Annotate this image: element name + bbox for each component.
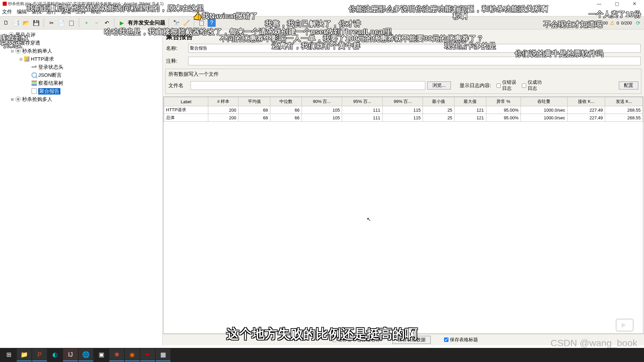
menu-tools[interactable]: 工具	[76, 9, 86, 15]
col-send[interactable]: 发送 K...	[605, 97, 643, 106]
col-p95[interactable]: 95% 百...	[342, 97, 382, 106]
menu-bar: 文件 编辑 查找 运行 选项 工具 帮助	[0, 7, 644, 16]
threadgroup-icon	[15, 97, 21, 102]
menu-search[interactable]: 查找	[32, 9, 42, 15]
help-icon[interactable]: ?	[208, 19, 216, 27]
app-icon[interactable]: ◐	[48, 349, 62, 361]
video-subtitle: 这个地方失败的比例还是挺高的啊	[226, 325, 418, 343]
tree-http[interactable]: HTTP请求	[31, 56, 54, 62]
function-helper-icon[interactable]: 📋	[198, 19, 206, 27]
panel-title: 聚合报告	[163, 29, 644, 42]
col-samples[interactable]: # 样本	[208, 97, 238, 106]
maximize-button[interactable]: ▢	[613, 0, 621, 7]
tree-cache[interactable]: 缓存穿透	[20, 40, 40, 46]
close-button[interactable]: ✕	[631, 0, 639, 7]
warn-count: 0	[616, 20, 619, 25]
undo-icon[interactable]: ↶	[103, 19, 111, 27]
copy-icon[interactable]: 📄	[57, 19, 65, 27]
detail-panel: 聚合报告 名称: 注释: 所有数据写入一个文件 文件名 浏览... 显示日志内容…	[163, 29, 644, 345]
warning-icon[interactable]: ⚠	[610, 20, 614, 26]
menu-help[interactable]: 帮助	[91, 9, 101, 15]
new-icon[interactable]: 🗋	[2, 19, 10, 27]
menu-file[interactable]: 文件	[2, 9, 12, 15]
test-plan-tree[interactable]: ⊟ 黑马点评 缓存穿透 ⊟ 秒杀抢购单人 ⊟ HTTP请求 登录状态头 JSON…	[0, 29, 163, 345]
save-icon[interactable]: 💾	[32, 19, 40, 27]
search-icon[interactable]: 🔭	[172, 19, 180, 27]
threadgroup-icon	[15, 48, 21, 54]
col-err[interactable]: 异常 %	[486, 97, 521, 106]
explorer-icon[interactable]: 📁	[17, 349, 32, 361]
tree-root[interactable]: 黑马点评	[15, 32, 36, 38]
sampler-icon	[24, 56, 30, 62]
assertion-icon	[32, 72, 37, 78]
thread-counter: 0/200	[621, 20, 632, 25]
toggle-icon[interactable]: ⊟	[3, 33, 7, 37]
col-avg[interactable]: 平均值	[238, 97, 270, 106]
tree-sk-single[interactable]: 秒杀抢购单人	[22, 48, 52, 54]
config-icon	[32, 64, 37, 70]
testplan-icon	[9, 32, 14, 38]
comment-input[interactable]	[188, 57, 641, 65]
start-button[interactable]: ⊞	[1, 349, 16, 361]
open-icon[interactable]: 📂	[22, 19, 30, 27]
remove-icon[interactable]: －	[93, 19, 101, 27]
tree-agg-report[interactable]: 聚合报告	[38, 88, 60, 95]
toolbar: 🗋 📑 📂 💾 ✂ 📄 📋 ＋ － ↶ ▶ 有并发安全问题 🔭 🧹 📋 ? 00…	[0, 16, 644, 29]
comment-label: 注释:	[166, 58, 186, 64]
filename-input[interactable]	[191, 81, 425, 90]
postman-icon[interactable]: ◉	[125, 349, 140, 361]
chrome-icon[interactable]: 🌐	[78, 349, 93, 361]
tree-json-assert[interactable]: JSON断言	[38, 72, 62, 78]
col-p99[interactable]: 99% 百...	[382, 97, 423, 106]
table-row[interactable]: HTTP请求20068661051111152512195.00%1000.0/…	[164, 106, 643, 114]
browse-button[interactable]: 浏览...	[427, 81, 451, 89]
col-p90[interactable]: 90% 百...	[302, 97, 342, 106]
save-header-checkbox[interactable]: 保存表格标题	[444, 337, 478, 343]
minimize-button[interactable]: —	[595, 0, 603, 7]
config-button[interactable]: 配置	[619, 81, 638, 89]
templates-icon[interactable]: 📑	[12, 19, 20, 27]
menu-edit[interactable]: 编辑	[17, 9, 27, 15]
bilibili-logo	[615, 318, 634, 332]
col-min[interactable]: 最小值	[423, 97, 454, 106]
toggle-icon[interactable]: ⊞	[10, 97, 14, 102]
clear-search-icon[interactable]: 🧹	[182, 19, 191, 27]
powerpoint-icon[interactable]: P	[32, 349, 47, 361]
ok-only-checkbox[interactable]: 仅成功日志	[522, 79, 542, 92]
toggle-icon[interactable]: ⊟	[19, 57, 23, 61]
col-thru[interactable]: 吞吐量	[521, 97, 567, 106]
jmeter-icon	[3, 2, 7, 6]
name-input[interactable]	[188, 44, 641, 53]
col-max[interactable]: 最大值	[454, 97, 486, 106]
idea-icon[interactable]: IJ	[63, 349, 78, 361]
title-bar: 秒杀抢购.jmx (F:\学习资料\Redis\02-实战篇\资料\秒杀抢购.j…	[0, 0, 644, 7]
file-group-title: 所有数据写入一个文件	[168, 71, 638, 77]
tree-login-header[interactable]: 登录状态头	[38, 64, 63, 70]
run-no-pause[interactable]: 有并发安全问题	[128, 19, 165, 26]
file-label: 文件名	[168, 82, 189, 89]
app2-icon[interactable]: ✱	[109, 349, 124, 361]
tree-sk-multi[interactable]: 秒杀抢购多人	[22, 96, 52, 103]
terminal-icon[interactable]: ▣	[94, 349, 109, 361]
windows-taskbar[interactable]: ⊞ 📁 P ◐ IJ 🌐 ▣ ✱ ◉ ✒ ▦	[0, 348, 644, 362]
col-median[interactable]: 中位数	[270, 97, 302, 106]
col-label[interactable]: Label	[164, 97, 208, 106]
table-row[interactable]: 总体20068661051111152512195.00%1000.0/sec2…	[164, 114, 643, 122]
threadgroup-icon	[13, 40, 19, 46]
cut-icon[interactable]: ✂	[47, 19, 55, 27]
menu-options[interactable]: 选项	[61, 9, 71, 15]
toggle-icon[interactable]: ⊟	[10, 49, 14, 53]
col-recv[interactable]: 接收 K...	[567, 97, 605, 106]
refresh-icon[interactable]: ⟳	[634, 19, 642, 27]
run-icon[interactable]: ▶	[118, 19, 126, 27]
show-log-label: 显示日志内容:	[460, 82, 491, 89]
tree-view-tree[interactable]: 察看结果树	[38, 80, 63, 86]
paste-icon[interactable]: 📋	[67, 19, 75, 27]
listener-icon	[32, 80, 37, 86]
add-icon[interactable]: ＋	[83, 19, 91, 27]
jmeter-icon[interactable]: ✒	[140, 349, 155, 361]
aggregate-table[interactable]: Label# 样本平均值中位数90% 百...95% 百...99% 百...最…	[163, 97, 643, 334]
err-only-checkbox[interactable]: 仅错误日志	[496, 79, 517, 92]
menu-run[interactable]: 运行	[46, 9, 56, 15]
app3-icon[interactable]: ▦	[156, 349, 170, 361]
